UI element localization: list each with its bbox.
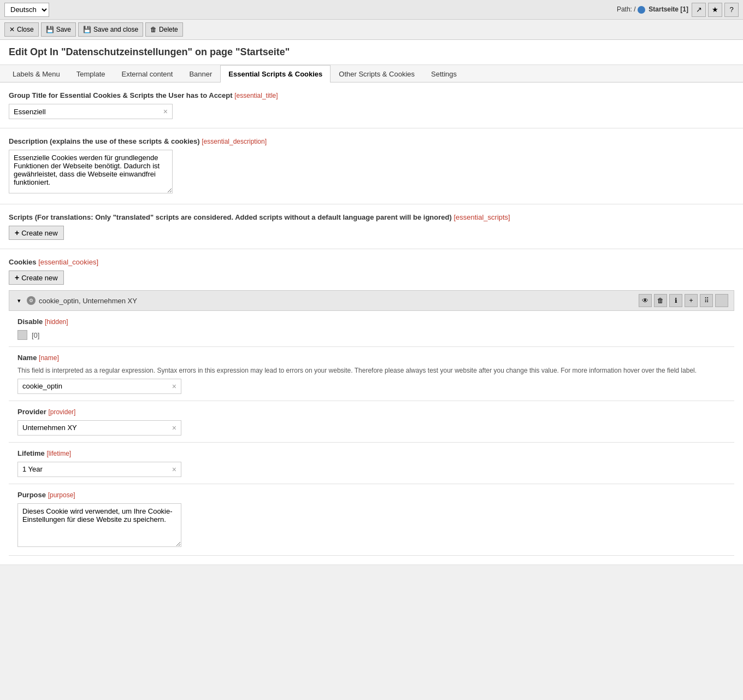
- disable-checkbox-row: [0]: [17, 330, 726, 340]
- scripts-create-label: Create new: [21, 229, 57, 237]
- cookies-create-label: Create new: [21, 274, 57, 282]
- cookies-label-line: Cookies [essential_cookies]: [9, 258, 734, 266]
- top-bar: Deutsch English Path: / Startseite [1] ↗…: [0, 0, 743, 20]
- disable-label: Disable [hidden]: [17, 317, 726, 326]
- name-input[interactable]: [22, 382, 172, 390]
- provider-section: Provider [provider] ×: [9, 401, 734, 443]
- name-input-wrapper: ×: [17, 379, 181, 394]
- close-button[interactable]: ✕ Close: [4, 22, 39, 37]
- save-close-icon: 💾: [83, 26, 91, 33]
- help-button[interactable]: ?: [724, 3, 739, 17]
- cookie-more-button[interactable]: [715, 294, 728, 307]
- tab-labels[interactable]: Labels & Menu: [4, 65, 68, 83]
- tab-banner[interactable]: Banner: [181, 65, 220, 83]
- lifetime-clear-button[interactable]: ×: [172, 465, 176, 474]
- scripts-label: Scripts (For translations: Only "transla…: [9, 213, 452, 221]
- description-section: Description (explains the use of these s…: [0, 128, 743, 204]
- cookie-icon: ⚙: [27, 296, 36, 305]
- provider-tag: [provider]: [48, 408, 75, 416]
- delete-icon: 🗑: [150, 26, 157, 33]
- cookie-item-header: ▾ ⚙ cookie_optin, Unternehmen XY 👁 🗑 ℹ +…: [9, 290, 734, 311]
- provider-label: Provider [provider]: [17, 408, 726, 416]
- save-button[interactable]: 💾 Save: [41, 22, 76, 37]
- path-page: Startseite [1]: [648, 5, 688, 13]
- tab-essential[interactable]: Essential Scripts & Cookies: [220, 65, 331, 83]
- essential-title-tag: [essential_title]: [234, 92, 278, 99]
- essential-title-section: Group Title for Essential Cookies & Scri…: [0, 83, 743, 128]
- purpose-tag: [purpose]: [48, 491, 75, 499]
- tab-template[interactable]: Template: [68, 65, 114, 83]
- provider-input[interactable]: [22, 423, 172, 432]
- name-tag: [name]: [39, 354, 59, 362]
- cookie-fields: Disable [hidden] [0] Name [name] This fi…: [9, 311, 734, 556]
- cookie-add-button[interactable]: +: [685, 294, 698, 307]
- lifetime-tag: [lifetime]: [46, 450, 71, 457]
- tab-settings[interactable]: Settings: [423, 65, 465, 83]
- save-close-label: Save and close: [93, 26, 138, 33]
- scripts-plus-icon: +: [15, 228, 19, 237]
- lifetime-label: Lifetime [lifetime]: [17, 449, 726, 457]
- lifetime-input[interactable]: [22, 465, 172, 473]
- cookie-drag-button[interactable]: ⠿: [700, 294, 713, 307]
- cookie-delete-button[interactable]: 🗑: [654, 294, 667, 307]
- name-clear-button[interactable]: ×: [172, 382, 176, 391]
- save-label: Save: [56, 26, 71, 33]
- essential-title-clear[interactable]: ×: [163, 107, 168, 116]
- language-selector[interactable]: Deutsch English: [4, 3, 49, 17]
- save-close-button[interactable]: 💾 Save and close: [78, 22, 143, 37]
- cookie-info-button[interactable]: ℹ: [669, 294, 682, 307]
- path-prefix: Path: /: [617, 5, 636, 13]
- description-label: Description (explains the use of these s…: [9, 137, 734, 145]
- bookmark-button[interactable]: ★: [708, 3, 722, 17]
- close-label: Close: [17, 26, 34, 33]
- purpose-label: Purpose [purpose]: [17, 491, 726, 499]
- disable-checkbox[interactable]: [17, 330, 27, 340]
- disable-tag: [hidden]: [45, 318, 68, 326]
- cookies-label: Cookies: [9, 258, 37, 266]
- path-info: Path: / Startseite [1]: [617, 5, 688, 14]
- cookie-item-left: ▾ ⚙ cookie_optin, Unternehmen XY: [15, 296, 137, 305]
- essential-title-label: Group Title for Essential Cookies & Scri…: [9, 91, 734, 99]
- cookies-section: Cookies [essential_cookies] + Create new…: [0, 249, 743, 565]
- scripts-tag: [essential_scripts]: [453, 213, 510, 221]
- lifetime-input-wrapper: ×: [17, 462, 181, 477]
- cookies-tag: [essential_cookies]: [38, 258, 98, 266]
- scripts-label-line: Scripts (For translations: Only "transla…: [9, 213, 734, 221]
- external-link-button[interactable]: ↗: [692, 3, 706, 17]
- tabs-bar: Labels & Menu Template External content …: [0, 65, 743, 83]
- globe-icon: [638, 6, 645, 14]
- scripts-section: Scripts (For translations: Only "transla…: [0, 204, 743, 249]
- cookies-create-new-button[interactable]: + Create new: [9, 270, 64, 285]
- provider-clear-button[interactable]: ×: [172, 423, 176, 432]
- cookie-item-title: cookie_optin, Unternehmen XY: [39, 297, 137, 305]
- purpose-textarea[interactable]: Dieses Cookie wird verwendet, um Ihre Co…: [17, 503, 181, 547]
- delete-button[interactable]: 🗑 Delete: [145, 22, 183, 37]
- purpose-section: Purpose [purpose] Dieses Cookie wird ver…: [9, 484, 734, 556]
- name-label: Name [name]: [17, 354, 726, 362]
- cookie-visibility-button[interactable]: 👁: [639, 294, 652, 307]
- cookie-item-right: 👁 🗑 ℹ + ⠿: [639, 294, 728, 307]
- disable-value: [0]: [32, 331, 39, 339]
- top-bar-right: Path: / Startseite [1] ↗ ★ ?: [617, 3, 739, 17]
- cookies-plus-icon: +: [15, 273, 19, 282]
- top-bar-left: Deutsch English: [4, 3, 49, 17]
- name-hint: This field is interpreted as a regular e…: [17, 366, 726, 375]
- delete-label: Delete: [159, 26, 178, 33]
- tab-other[interactable]: Other Scripts & Cookies: [331, 65, 423, 83]
- main-content: Group Title for Essential Cookies & Scri…: [0, 83, 743, 565]
- page-title: Edit Opt In "Datenschutzeinstellungen" o…: [9, 46, 734, 58]
- scripts-create-new-button[interactable]: + Create new: [9, 226, 64, 240]
- provider-input-wrapper: ×: [17, 420, 181, 436]
- save-icon: 💾: [46, 26, 54, 33]
- description-tag: [essential_description]: [202, 138, 267, 145]
- page-title-bar: Edit Opt In "Datenschutzeinstellungen" o…: [0, 40, 743, 65]
- description-textarea[interactable]: Essenzielle Cookies werden für grundlege…: [9, 150, 173, 193]
- tab-external[interactable]: External content: [113, 65, 181, 83]
- essential-title-input-wrapper: ×: [9, 104, 173, 119]
- cookie-collapse-button[interactable]: ▾: [15, 296, 23, 305]
- top-action-buttons: ↗ ★ ?: [692, 3, 739, 17]
- lifetime-section: Lifetime [lifetime] ×: [9, 443, 734, 484]
- toolbar: ✕ Close 💾 Save 💾 Save and close 🗑 Delete: [0, 20, 743, 40]
- name-section: Name [name] This field is interpreted as…: [9, 347, 734, 401]
- essential-title-input[interactable]: [14, 108, 163, 116]
